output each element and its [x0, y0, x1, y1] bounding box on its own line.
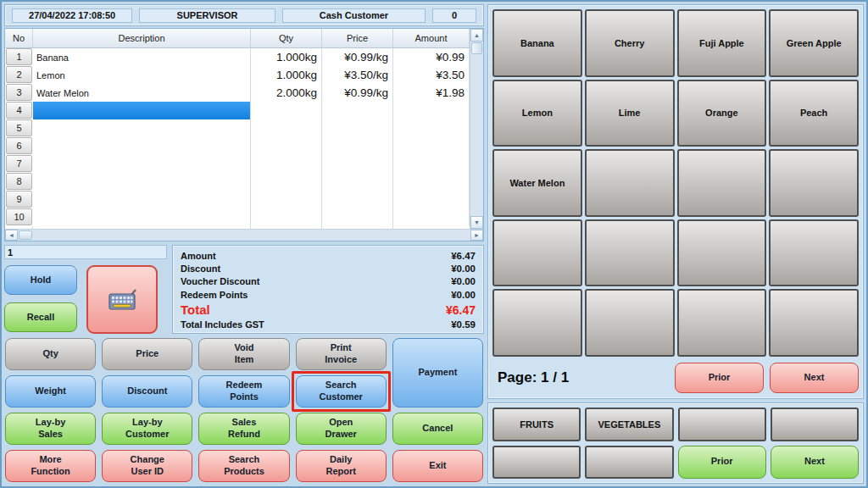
qty-button[interactable]: Qty: [5, 338, 96, 370]
amount-cell: [393, 102, 470, 119]
price-cell: ¥3.50/kg: [322, 66, 393, 84]
scroll-down-button[interactable]: ▼: [470, 216, 483, 229]
categories-next-button[interactable]: Next: [771, 446, 859, 480]
search-customer-button[interactable]: Search Customer: [296, 375, 387, 408]
horizontal-scroll-track[interactable]: [33, 230, 470, 241]
weight-button[interactable]: Weight: [5, 375, 96, 408]
price-cell: [322, 173, 393, 191]
table-row[interactable]: 5: [5, 119, 470, 137]
table-row[interactable]: 10: [5, 208, 470, 226]
description-cell: [33, 119, 251, 137]
change-user-id-button[interactable]: Change User ID: [102, 450, 192, 482]
layby-sales-button[interactable]: Lay-by Sales: [5, 413, 96, 445]
horizontal-scroll-thumb[interactable]: [19, 230, 32, 240]
cancel-button[interactable]: Cancel: [392, 413, 483, 445]
product-button-empty[interactable]: [677, 219, 767, 287]
product-button-banana[interactable]: Banana: [492, 9, 582, 77]
function-button-grid: Qty Price Void Item Print Invoice Paymen…: [4, 336, 484, 484]
amount-cell: [393, 173, 470, 191]
row-number-cell: 9: [6, 191, 32, 208]
products-prior-button[interactable]: Prior: [675, 363, 764, 393]
row-number-cell: 8: [6, 173, 32, 190]
entry-controls: Hold Recall: [4, 245, 167, 334]
qty-cell: [251, 102, 322, 119]
products-next-button[interactable]: Next: [770, 363, 859, 393]
price-cell: [322, 137, 393, 155]
product-button-empty[interactable]: [585, 149, 675, 217]
redeem-points-button[interactable]: Redeem Points: [198, 375, 289, 408]
search-products-button[interactable]: Search Products: [198, 450, 289, 482]
keyboard-button[interactable]: [86, 265, 158, 334]
table-row-selected[interactable]: 4: [5, 102, 470, 119]
product-button-empty[interactable]: [492, 219, 582, 287]
scroll-left-button[interactable]: ◄: [5, 230, 18, 241]
product-button-empty[interactable]: [585, 219, 675, 287]
table-row[interactable]: 9: [5, 191, 470, 208]
qty-cell: [251, 119, 322, 137]
product-button-empty[interactable]: [769, 149, 859, 217]
amount-cell: [393, 155, 470, 173]
description-cell: [33, 173, 251, 191]
datetime-field: 27/04/2022 17:08:50: [12, 8, 132, 23]
right-pane: Banana Cherry Fuji Apple Green Apple Lem…: [487, 4, 864, 484]
table-row[interactable]: 6: [5, 137, 470, 155]
vertical-scroll-track[interactable]: [470, 55, 483, 216]
category-button-fruits[interactable]: FRUITS: [492, 408, 581, 441]
void-item-button[interactable]: Void Item: [198, 338, 289, 370]
products-pager: Page: 1 / 1 Prior Next: [492, 357, 859, 394]
product-button-lime[interactable]: Lime: [585, 80, 675, 147]
product-button-empty[interactable]: [492, 289, 582, 357]
product-button-peach[interactable]: Peach: [769, 80, 859, 147]
table-row[interactable]: 3 Water Melon 2.000kg ¥0.99/kg ¥1.98: [5, 84, 470, 102]
product-button-water-melon[interactable]: Water Melon: [492, 149, 582, 217]
table-row[interactable]: 2 Lemon 1.000kg ¥3.50/kg ¥3.50: [5, 66, 470, 84]
category-button-empty[interactable]: [585, 446, 673, 480]
category-button-empty[interactable]: [771, 408, 859, 441]
table-horizontal-scrollbar[interactable]: ◄ ►: [5, 229, 483, 241]
product-button-empty[interactable]: [677, 289, 767, 357]
product-button-empty[interactable]: [769, 289, 859, 357]
table-row[interactable]: 7: [5, 155, 470, 173]
product-button-fuji-apple[interactable]: Fuji Apple: [677, 9, 767, 77]
qty-cell: 1.000kg: [251, 66, 322, 84]
table-row[interactable]: 1 Banana 1.000kg ¥0.99/kg ¥0.99: [5, 48, 470, 66]
price-button[interactable]: Price: [102, 338, 192, 370]
product-button-empty[interactable]: [585, 289, 675, 357]
column-header-price: Price: [322, 29, 393, 47]
discount-button[interactable]: Discount: [102, 375, 192, 408]
product-button-empty[interactable]: [769, 219, 859, 287]
price-cell: ¥0.99/kg: [322, 48, 393, 66]
category-button-vegetables[interactable]: VEGETABLES: [585, 408, 673, 441]
categories-panel: FRUITS VEGETABLES Prior Next: [487, 402, 864, 484]
open-drawer-button[interactable]: Open Drawer: [296, 413, 387, 445]
scroll-up-button[interactable]: ▲: [470, 29, 483, 42]
vertical-scroll-thumb[interactable]: [471, 42, 482, 54]
more-function-button[interactable]: More Function: [5, 450, 96, 482]
user-field[interactable]: SUPERVISOR: [139, 8, 275, 23]
column-header-description: Description: [33, 29, 251, 47]
hold-button[interactable]: Hold: [4, 265, 77, 295]
sales-refund-button[interactable]: Sales Refund: [198, 413, 289, 445]
print-invoice-button[interactable]: Print Invoice: [296, 338, 387, 370]
payment-button[interactable]: Payment: [392, 338, 483, 408]
product-button-orange[interactable]: Orange: [677, 80, 767, 147]
exit-button[interactable]: Exit: [392, 450, 483, 482]
daily-report-button[interactable]: Daily Report: [296, 450, 387, 482]
category-button-empty[interactable]: [492, 446, 581, 480]
recall-button[interactable]: Recall: [4, 302, 77, 332]
product-button-lemon[interactable]: Lemon: [492, 80, 582, 147]
pos-window: 27/04/2022 17:08:50 SUPERVISOR Cash Cust…: [0, 0, 868, 488]
product-button-green-apple[interactable]: Green Apple: [769, 9, 859, 77]
table-row[interactable]: 8: [5, 173, 470, 191]
categories-prior-button[interactable]: Prior: [678, 446, 766, 480]
row-number-cell: 4: [6, 102, 32, 119]
product-button-cherry[interactable]: Cherry: [585, 9, 675, 77]
product-button-empty[interactable]: [677, 149, 767, 217]
table-vertical-scrollbar[interactable]: ▲ ▼: [470, 29, 483, 229]
customer-field[interactable]: Cash Customer: [282, 8, 426, 23]
scroll-right-button[interactable]: ►: [470, 230, 483, 241]
layby-customer-button[interactable]: Lay-by Customer: [102, 413, 192, 445]
category-button-empty[interactable]: [678, 408, 766, 441]
quantity-entry-input[interactable]: [4, 245, 167, 259]
counter-field: 0: [432, 8, 476, 23]
